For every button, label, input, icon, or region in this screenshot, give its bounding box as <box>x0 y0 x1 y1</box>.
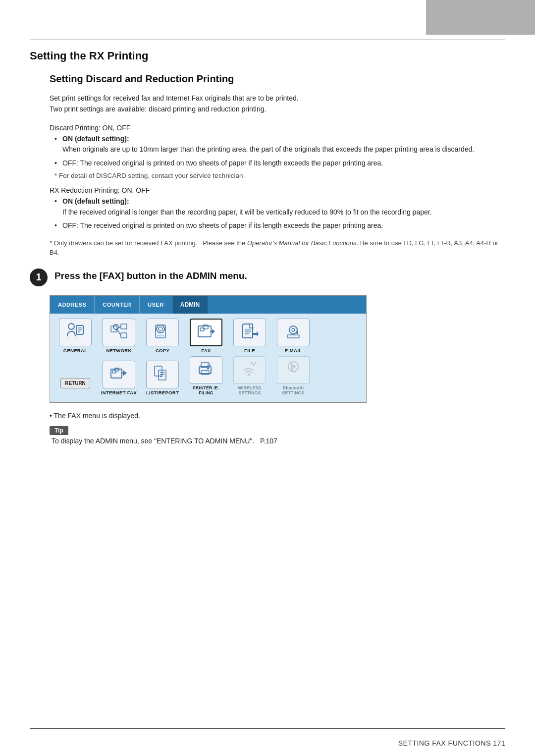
discard-printing-group: Discard Printing: ON, OFF ON (default se… <box>30 124 505 179</box>
printer-icon-box <box>190 356 222 384</box>
printer-label: PRINTER /E-FILING <box>186 385 226 395</box>
step-1-instruction: Press the [FAX] button in the ADMIN menu… <box>54 268 247 283</box>
svg-point-46 <box>255 362 257 364</box>
svg-rect-28 <box>287 335 299 338</box>
svg-line-9 <box>117 326 121 329</box>
internet-fax-icon-box <box>103 361 135 388</box>
svg-marker-33 <box>123 370 127 376</box>
discard-bullet-1: ON (default setting): When originals are… <box>54 134 505 155</box>
list-report-icon-box <box>146 361 179 388</box>
footer-text: SETTING FAX FUNCTIONS 171 <box>398 739 505 747</box>
section-title: Setting the RX Printing <box>30 50 505 62</box>
list-report-button[interactable]: LIST/REPORT <box>142 361 183 395</box>
intro-line-2: Two print settings are available: discar… <box>50 105 266 113</box>
wireless-label: WIRELESS SETTINGS <box>229 385 270 395</box>
svg-point-0 <box>68 324 74 329</box>
svg-marker-18 <box>212 329 215 334</box>
svg-rect-8 <box>121 333 127 338</box>
svg-point-27 <box>296 332 298 334</box>
network-button[interactable]: NETWORK <box>99 319 139 353</box>
main-content: Setting the RX Printing Setting Discard … <box>30 50 505 716</box>
fax-label: FAX <box>201 348 211 353</box>
reduction-bullet-1: ON (default setting): If the received or… <box>54 196 505 217</box>
internet-fax-label: INTERNET FAX <box>101 390 137 395</box>
wireless-icon <box>240 360 260 380</box>
reduction-label: RX Reduction Printing: ON, OFF <box>50 186 505 194</box>
step-number-1: 1 <box>30 269 48 286</box>
top-rule <box>30 40 505 40</box>
email-button[interactable]: E-MAIL <box>273 319 314 353</box>
general-icon-box <box>59 319 92 346</box>
discard-footnote: * For detail of DISCARD setting, contact… <box>50 172 505 179</box>
svg-line-10 <box>117 329 121 335</box>
email-icon-box <box>277 319 310 346</box>
tab-user[interactable]: USER <box>140 296 172 314</box>
bluetooth-label: Bluetooth SETTINGS <box>273 385 314 395</box>
bluetooth-button[interactable]: Bluetooth SETTINGS <box>273 356 314 395</box>
discard-bullet-1-sub: When originals are up to 10mm larger tha… <box>62 144 505 155</box>
file-button[interactable]: FILE <box>229 319 270 353</box>
svg-rect-14 <box>157 335 164 336</box>
bottom-rule <box>30 728 505 729</box>
reduction-bullet-list: ON (default setting): If the received or… <box>50 196 505 231</box>
footnote-italic: Operator's Manual for Basic Func­tions <box>247 239 357 247</box>
tab-address[interactable]: ADDRESS <box>50 296 95 314</box>
network-label: NETWORK <box>106 348 131 353</box>
svg-line-29 <box>287 335 293 338</box>
general-label: GENERAL <box>63 348 88 353</box>
top-decorative-bar <box>426 0 535 35</box>
admin-panel-header: ADDRESS COUNTER USER ADMIN <box>50 296 366 314</box>
svg-rect-15 <box>198 326 211 337</box>
network-icon <box>109 322 129 342</box>
copy-icon <box>153 322 172 342</box>
network-icon-box <box>103 319 135 346</box>
email-icon <box>283 322 303 342</box>
result-bullet: The FAX menu is displayed. <box>30 412 505 420</box>
printer-icon <box>196 360 216 380</box>
footer: SETTING FAX FUNCTIONS 171 <box>30 739 505 747</box>
svg-point-11 <box>157 325 164 333</box>
general-button[interactable]: GENERAL <box>55 319 96 353</box>
svg-rect-16 <box>200 328 204 331</box>
tab-counter[interactable]: COUNTER <box>95 296 140 314</box>
icon-row-1: GENERAL <box>55 319 361 353</box>
icon-row-2: RETURN <box>55 356 361 395</box>
svg-point-43 <box>207 368 209 370</box>
wireless-icon-box <box>233 356 266 384</box>
reduction-bullet-2: OFF: The received original is printed on… <box>54 220 505 231</box>
wireless-button[interactable]: WIRELESS SETTINGS <box>229 356 270 395</box>
svg-point-44 <box>248 374 250 376</box>
svg-rect-7 <box>121 324 127 329</box>
printer-button[interactable]: PRINTER /E-FILING <box>186 356 226 395</box>
discard-bullet-2: OFF: The received original is printed on… <box>54 158 505 169</box>
tip-text: To display the ADMIN menu, see "ENTERING… <box>50 437 505 445</box>
reduction-bullet-1-sub: If the received original is longer than … <box>62 207 505 218</box>
intro-text: Set print settings for received fax and … <box>30 93 505 115</box>
general-icon <box>65 322 85 343</box>
fax-icon <box>196 322 216 342</box>
step-1-container: 1 Press the [FAX] button in the ADMIN me… <box>30 268 505 286</box>
svg-rect-20 <box>243 324 253 338</box>
fax-button[interactable]: FAX <box>186 319 226 353</box>
copy-button[interactable]: COPY <box>142 319 183 353</box>
tip-label: Tip <box>50 426 68 435</box>
copy-icon-box <box>146 319 179 346</box>
footnote: * Only drawers can be set for received F… <box>30 238 505 258</box>
svg-point-13 <box>159 327 162 331</box>
admin-panel: ADDRESS COUNTER USER ADMIN <box>50 295 367 403</box>
return-button[interactable]: RETURN <box>60 378 90 388</box>
tab-admin[interactable]: ADMIN <box>172 296 208 314</box>
intro-line-1: Set print settings for received fax and … <box>50 94 299 102</box>
internet-fax-button[interactable]: INTERNET FAX <box>99 361 139 395</box>
list-report-icon <box>153 364 172 384</box>
svg-point-24 <box>289 326 297 334</box>
svg-point-45 <box>253 364 255 366</box>
file-icon-box <box>233 319 266 346</box>
reduction-printing-group: RX Reduction Printing: ON, OFF ON (defau… <box>30 186 505 231</box>
svg-point-47 <box>251 362 253 364</box>
list-report-label: LIST/REPORT <box>146 390 179 395</box>
internet-fax-icon <box>109 364 129 384</box>
bluetooth-icon <box>283 360 303 380</box>
discard-label: Discard Printing: ON, OFF <box>50 124 505 132</box>
fax-icon-box <box>190 319 222 346</box>
